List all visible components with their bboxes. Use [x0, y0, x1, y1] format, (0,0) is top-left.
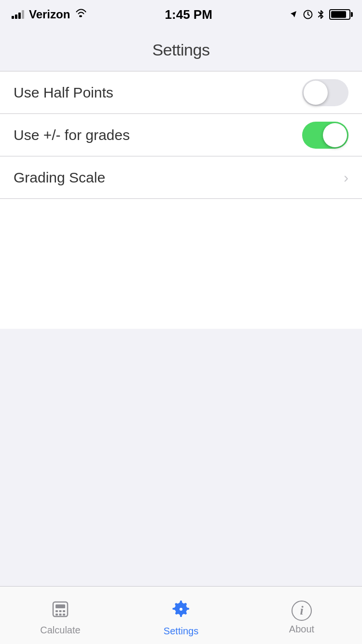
plus-minus-knob: [323, 123, 347, 147]
page-title: Settings: [153, 41, 210, 59]
carrier-label: Verizon: [29, 8, 70, 21]
bluetooth-icon: [318, 9, 324, 20]
gear-icon: [170, 599, 192, 623]
settings-tab-label: Settings: [164, 626, 198, 637]
plus-minus-toggle[interactable]: [302, 122, 348, 149]
plus-minus-row[interactable]: Use +/- for grades: [0, 114, 362, 156]
tab-settings[interactable]: Settings: [121, 587, 241, 644]
calculator-icon: [51, 600, 70, 622]
grading-scale-row[interactable]: Grading Scale ›: [0, 156, 362, 199]
tab-bar: Calculate Settings i About: [0, 586, 362, 644]
time-label: 1:45 PM: [165, 7, 212, 22]
svg-rect-6: [63, 610, 65, 612]
status-right: [290, 9, 350, 20]
svg-rect-5: [59, 610, 62, 612]
status-bar: Verizon 1:45 PM: [0, 0, 362, 29]
half-points-toggle[interactable]: [302, 79, 348, 106]
settings-list: Use Half Points Use +/- for grades Gradi…: [0, 71, 362, 329]
location-icon: [290, 10, 298, 19]
svg-rect-9: [63, 614, 65, 616]
about-tab-label: About: [289, 624, 314, 635]
tab-calculate[interactable]: Calculate: [0, 587, 121, 644]
grading-scale-label: Grading Scale: [14, 169, 105, 186]
svg-point-0: [80, 15, 82, 17]
nav-bar: Settings: [0, 29, 362, 71]
info-icon: i: [292, 601, 312, 621]
plus-minus-label: Use +/- for grades: [14, 127, 130, 143]
empty-space: [0, 329, 362, 586]
svg-rect-3: [56, 604, 65, 608]
svg-rect-4: [56, 610, 58, 612]
chevron-right-icon: ›: [344, 169, 348, 186]
status-left: Verizon: [12, 8, 87, 21]
clock-icon: [303, 10, 313, 19]
battery-indicator: [329, 9, 350, 20]
signal-icon: [12, 10, 24, 19]
half-points-label: Use Half Points: [14, 84, 113, 101]
tab-about[interactable]: i About: [241, 587, 362, 644]
svg-rect-7: [56, 614, 58, 616]
half-points-row[interactable]: Use Half Points: [0, 71, 362, 114]
calculate-tab-label: Calculate: [40, 625, 80, 636]
wifi-icon: [75, 8, 87, 21]
svg-point-11: [180, 608, 182, 611]
svg-rect-8: [59, 614, 62, 616]
half-points-knob: [304, 81, 328, 105]
